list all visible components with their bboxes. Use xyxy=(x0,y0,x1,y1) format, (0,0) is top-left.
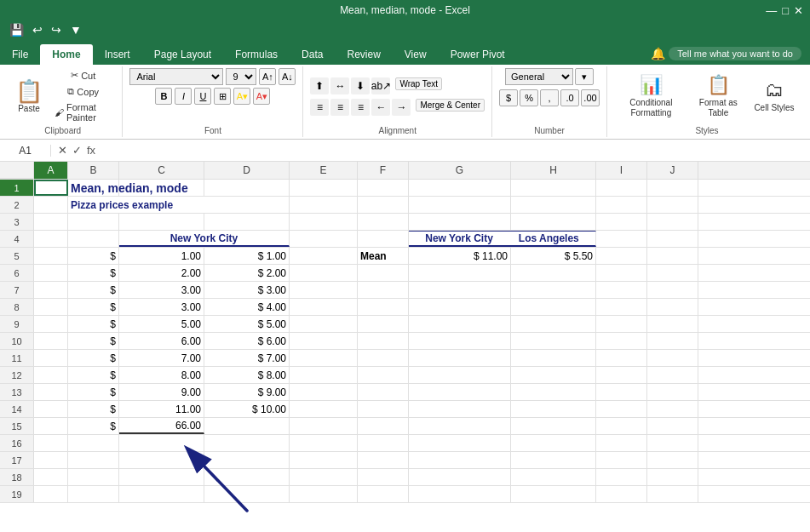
cell-a9[interactable] xyxy=(34,316,68,332)
cell-j19[interactable] xyxy=(647,486,698,502)
row-num-11[interactable]: 11 xyxy=(0,350,34,366)
cell-i11[interactable] xyxy=(596,350,647,366)
tab-review[interactable]: Review xyxy=(335,44,392,65)
cell-b6[interactable]: $ xyxy=(68,265,119,281)
increase-font-button[interactable]: A↑ xyxy=(259,68,276,85)
cell-j9[interactable] xyxy=(647,316,698,332)
cell-b3[interactable] xyxy=(68,214,119,230)
cell-f5[interactable]: Mean xyxy=(358,248,409,264)
row-num-9[interactable]: 9 xyxy=(0,316,34,332)
cell-f16[interactable] xyxy=(358,435,409,451)
row-num-16[interactable]: 16 xyxy=(0,435,34,451)
cell-e3[interactable] xyxy=(290,214,358,230)
tab-insert[interactable]: Insert xyxy=(93,44,142,65)
row-num-4[interactable]: 4 xyxy=(0,231,34,247)
comma-button[interactable]: , xyxy=(540,89,559,106)
cell-e10[interactable] xyxy=(290,333,358,349)
cell-d11[interactable]: $ 7.00 xyxy=(204,350,290,366)
cell-b18[interactable] xyxy=(68,469,119,485)
merge-center-button[interactable]: Merge & Center xyxy=(416,99,485,112)
cell-e2[interactable] xyxy=(290,197,358,213)
cell-h6[interactable] xyxy=(511,265,596,281)
cell-f13[interactable] xyxy=(358,384,409,400)
undo-quick-button[interactable]: ↩ xyxy=(30,23,45,37)
cell-j1[interactable] xyxy=(647,180,698,196)
cell-j15[interactable] xyxy=(647,418,698,434)
cell-b14[interactable]: $ xyxy=(68,401,119,417)
redo-quick-button[interactable]: ↪ xyxy=(49,23,64,37)
cell-b7[interactable]: $ xyxy=(68,282,119,298)
align-middle-button[interactable]: ↔ xyxy=(330,77,349,94)
tab-home[interactable]: Home xyxy=(40,44,92,65)
cell-f15[interactable] xyxy=(358,418,409,434)
cell-d6[interactable]: $ 2.00 xyxy=(204,265,290,281)
col-header-d[interactable]: D xyxy=(204,162,290,179)
cell-i10[interactable] xyxy=(596,333,647,349)
cell-c16[interactable] xyxy=(119,435,204,451)
cell-c14[interactable]: 11.00 xyxy=(119,401,204,417)
cell-j2[interactable] xyxy=(647,197,698,213)
cell-e14[interactable] xyxy=(290,401,358,417)
cell-e7[interactable] xyxy=(290,282,358,298)
cell-a4[interactable] xyxy=(34,231,68,247)
cell-j10[interactable] xyxy=(647,333,698,349)
cell-b2[interactable]: Pizza prices example xyxy=(68,197,290,213)
cell-g7[interactable] xyxy=(409,282,511,298)
cell-c19[interactable] xyxy=(119,486,204,502)
cell-e13[interactable] xyxy=(290,384,358,400)
quick-access-dropdown[interactable]: ▼ xyxy=(67,23,84,37)
cut-button[interactable]: ✂ Cut xyxy=(51,68,115,83)
cell-i2[interactable] xyxy=(596,197,647,213)
font-color-button[interactable]: A▾ xyxy=(253,88,270,105)
cell-a15[interactable] xyxy=(34,418,68,434)
cell-a13[interactable] xyxy=(34,384,68,400)
font-family-select[interactable]: Arial xyxy=(129,68,223,85)
cell-b16[interactable] xyxy=(68,435,119,451)
cell-f17[interactable] xyxy=(358,452,409,468)
cell-f12[interactable] xyxy=(358,367,409,383)
cell-d1[interactable] xyxy=(204,180,290,196)
row-num-3[interactable]: 3 xyxy=(0,214,34,230)
cell-d18[interactable] xyxy=(204,469,290,485)
conditional-formatting-button[interactable]: 📊 Conditional Formatting xyxy=(614,72,688,121)
cell-i7[interactable] xyxy=(596,282,647,298)
cell-g12[interactable] xyxy=(409,367,511,383)
cell-h5[interactable]: $ 5.50 xyxy=(511,248,596,264)
cell-h16[interactable] xyxy=(511,435,596,451)
cell-i1[interactable] xyxy=(596,180,647,196)
cell-e4[interactable] xyxy=(290,231,358,247)
cell-i16[interactable] xyxy=(596,435,647,451)
cell-f9[interactable] xyxy=(358,316,409,332)
row-num-12[interactable]: 12 xyxy=(0,367,34,383)
cell-h3[interactable] xyxy=(511,214,596,230)
cell-d12[interactable]: $ 8.00 xyxy=(204,367,290,383)
tab-formulas[interactable]: Formulas xyxy=(223,44,290,65)
bold-button[interactable]: B xyxy=(155,88,172,105)
tab-power-pivot[interactable]: Power Pivot xyxy=(439,44,517,65)
cell-styles-button[interactable]: 🗂 Cell Styles xyxy=(749,77,800,116)
cell-f8[interactable] xyxy=(358,299,409,315)
formula-input[interactable] xyxy=(102,145,810,157)
border-button[interactable]: ⊞ xyxy=(214,88,231,105)
cell-j13[interactable] xyxy=(647,384,698,400)
cell-a8[interactable] xyxy=(34,299,68,315)
copy-button[interactable]: ⧉ Copy xyxy=(51,84,115,99)
cell-c9[interactable]: 5.00 xyxy=(119,316,204,332)
cell-j14[interactable] xyxy=(647,401,698,417)
cell-f14[interactable] xyxy=(358,401,409,417)
cell-a11[interactable] xyxy=(34,350,68,366)
cell-g15[interactable] xyxy=(409,418,511,434)
cell-f18[interactable] xyxy=(358,469,409,485)
cell-a10[interactable] xyxy=(34,333,68,349)
align-left-button[interactable]: ≡ xyxy=(310,99,329,116)
close-button[interactable]: ✕ xyxy=(794,4,803,17)
cell-i17[interactable] xyxy=(596,452,647,468)
decrease-indent-button[interactable]: ← xyxy=(371,99,390,116)
orientation-button[interactable]: ab↗ xyxy=(371,77,390,94)
row-num-2[interactable]: 2 xyxy=(0,197,34,213)
cell-e15[interactable] xyxy=(290,418,358,434)
row-num-14[interactable]: 14 xyxy=(0,401,34,417)
number-format-dropdown[interactable]: ▾ xyxy=(575,68,594,85)
cell-g6[interactable] xyxy=(409,265,511,281)
cell-b9[interactable]: $ xyxy=(68,316,119,332)
